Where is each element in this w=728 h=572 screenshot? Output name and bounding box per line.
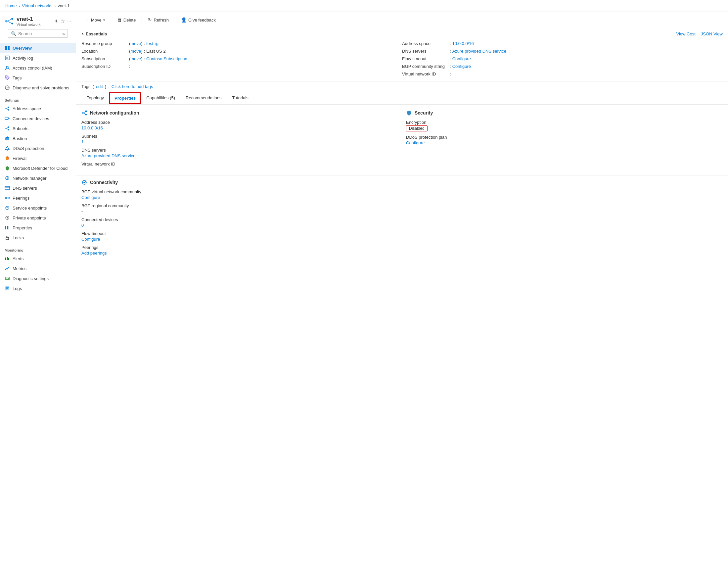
flow-timeout-configure[interactable]: Configure	[81, 237, 100, 242]
view-cost-link[interactable]: View Cost	[676, 31, 695, 37]
sidebar-item-private-endpoints[interactable]: Private endpoints	[0, 213, 76, 223]
svg-rect-7	[5, 48, 7, 50]
tab-properties[interactable]: Properties	[109, 92, 141, 104]
subscription-move-link[interactable]: move	[131, 56, 141, 61]
more-icon[interactable]: ···	[67, 18, 71, 24]
sidebar-item-overview-label: Overview	[13, 46, 32, 51]
sidebar-item-dns-servers[interactable]: DNS servers	[0, 183, 76, 193]
tags-edit-link[interactable]: edit	[96, 84, 103, 89]
resource-group-value[interactable]: test-rg	[146, 41, 159, 46]
defender-icon	[5, 165, 10, 171]
address-space-value[interactable]: 10.0.0.0/16	[452, 41, 474, 46]
diagnose-icon: ?	[5, 85, 10, 90]
flow-timeout-value[interactable]: Configure	[452, 56, 471, 61]
tab-tutorials[interactable]: Tutorials	[227, 92, 253, 104]
nc-subnets-label: Subnets	[81, 134, 398, 139]
svg-point-1	[11, 18, 13, 19]
move-button[interactable]: → Move ▾	[81, 15, 108, 24]
star-icon[interactable]: ☆	[61, 18, 65, 24]
essentials-collapse-icon[interactable]: ∧	[81, 32, 84, 36]
collapse-button[interactable]: «	[62, 31, 65, 36]
tab-recommendations[interactable]: Recommendations	[180, 92, 227, 104]
sidebar-item-network-manager[interactable]: Network manager	[0, 173, 76, 183]
sidebar-item-diagnostic-settings[interactable]: Diagnostic settings	[0, 273, 76, 283]
sidebar-item-locks[interactable]: Locks	[0, 233, 76, 243]
dns-servers-value[interactable]: Azure provided DNS service	[452, 49, 506, 54]
sidebar-item-tags-label: Tags	[13, 75, 21, 80]
nc-subnets-value[interactable]: 1	[81, 139, 84, 144]
sidebar-item-activity-log[interactable]: Activity log	[0, 53, 76, 63]
sidebar-item-overview[interactable]: Overview	[0, 43, 76, 53]
sidebar-item-properties[interactable]: Properties	[0, 223, 76, 233]
sidebar-item-alerts[interactable]: Alerts	[0, 254, 76, 264]
resource-group-label: Resource group	[81, 41, 128, 46]
give-feedback-button[interactable]: 👤 Give feedback	[178, 15, 219, 24]
toolbar-separator-2	[142, 16, 142, 23]
sidebar-item-ddos[interactable]: DDoS protection	[0, 143, 76, 153]
dns-servers-label: DNS servers	[402, 49, 449, 54]
location-move-link[interactable]: move	[131, 49, 141, 54]
subscription-value[interactable]: Contoso Subscription	[146, 56, 187, 61]
resource-group-move-link[interactable]: move	[131, 41, 141, 46]
properties-icon	[5, 225, 10, 230]
bgp-community-value[interactable]: Configure	[452, 64, 471, 69]
resource-group-row: Resource group (move) : test-rg	[81, 41, 402, 47]
nc-virtual-network-id-item: Virtual network ID	[81, 161, 398, 166]
svg-rect-45	[5, 226, 6, 229]
tab-topology[interactable]: Topology	[81, 92, 109, 104]
json-view-link[interactable]: JSON View	[701, 31, 723, 37]
sidebar-item-address-space[interactable]: Address space	[0, 103, 76, 114]
nc-dns-servers-value[interactable]: Azure provided DNS service	[81, 153, 135, 158]
sidebar-item-subnets[interactable]: Subnets	[0, 124, 76, 133]
sidebar-item-logs[interactable]: Logs	[0, 283, 76, 293]
network-config-section: Network configuration Address space 10.0…	[81, 110, 398, 170]
svg-rect-35	[5, 186, 10, 190]
add-peerings-link[interactable]: Add peerings	[81, 251, 107, 256]
subnets-icon	[5, 126, 10, 131]
breadcrumb: Home › Virtual networks › vnet-1	[0, 0, 728, 12]
nc-address-space-value[interactable]: 10.0.0.0/16	[81, 126, 103, 130]
search-input[interactable]	[18, 31, 60, 36]
svg-point-12	[6, 66, 8, 68]
delete-icon: 🗑	[117, 17, 122, 22]
metrics-icon	[5, 266, 10, 271]
delete-button[interactable]: 🗑 Delete	[114, 15, 139, 24]
sidebar-item-peerings[interactable]: Peerings	[0, 193, 76, 203]
sidebar-item-metrics[interactable]: Metrics	[0, 264, 76, 273]
refresh-icon: ↻	[148, 17, 152, 22]
tags-add-link[interactable]: Click here to add tags	[111, 84, 153, 89]
sidebar-item-logs-label: Logs	[13, 286, 22, 291]
sidebar-item-service-endpoints[interactable]: Service endpoints	[0, 203, 76, 213]
tab-capabilities[interactable]: Capabilities (5)	[141, 92, 180, 104]
sidebar-item-defender[interactable]: Microsoft Defender for Cloud	[0, 163, 76, 173]
location-row: Location (move) : East US 2	[81, 48, 402, 54]
virtual-network-id-label: Virtual network ID	[402, 72, 449, 76]
bgp-vnet-configure[interactable]: Configure	[81, 195, 100, 200]
sidebar-item-bastion[interactable]: Bastion	[0, 133, 76, 143]
ddos-protection-item: DDoS protection plan Configure	[406, 135, 723, 145]
bastion-icon	[5, 136, 10, 141]
address-space-row: Address space : 10.0.0.0/16	[402, 41, 723, 47]
sidebar-item-tags[interactable]: Tags	[0, 73, 76, 83]
subscription-label: Subscription	[81, 56, 128, 61]
connected-devices-value[interactable]: 0	[81, 223, 84, 228]
sidebar-item-diagnose[interactable]: ? Diagnose and solve problems	[0, 83, 76, 93]
sidebar-item-diagnose-label: Diagnose and solve problems	[13, 85, 69, 90]
sidebar-item-connected-devices[interactable]: Connected devices	[0, 114, 76, 124]
peerings-item: Peerings Add peerings	[81, 245, 723, 256]
resource-title: vnet-1 Virtual network ✦ ☆ ···	[5, 16, 71, 26]
subscription-id-label: Subscription ID	[81, 64, 128, 69]
refresh-button[interactable]: ↻ Refresh	[145, 15, 172, 24]
pin-icon[interactable]: ✦	[54, 18, 59, 24]
network-config-title: Network configuration	[90, 110, 139, 116]
sidebar-item-firewall[interactable]: Firewall	[0, 153, 76, 163]
breadcrumb-home[interactable]: Home	[5, 3, 17, 8]
feedback-icon: 👤	[181, 17, 187, 22]
search-box[interactable]: 🔍 «	[8, 29, 68, 38]
sidebar-item-access-control[interactable]: Access control (IAM)	[0, 63, 76, 73]
breadcrumb-virtual-networks[interactable]: Virtual networks	[22, 3, 52, 8]
nc-address-space-label: Address space	[81, 120, 398, 125]
logs-icon	[5, 286, 10, 291]
ddos-configure-link[interactable]: Configure	[406, 140, 424, 145]
sidebar-item-dns-servers-label: DNS servers	[13, 186, 37, 191]
